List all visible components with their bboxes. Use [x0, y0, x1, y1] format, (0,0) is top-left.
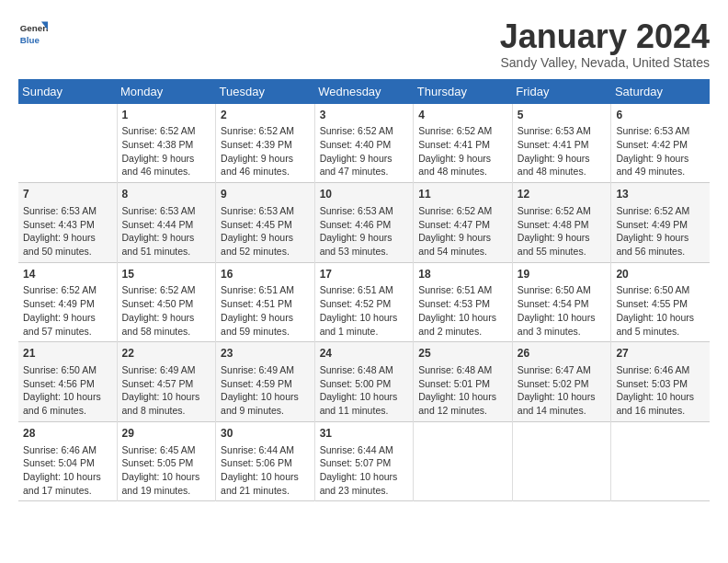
- cell-info-line: and 14 minutes.: [518, 404, 607, 418]
- cell-info-line: and 17 minutes.: [23, 484, 112, 498]
- cell-info-line: and 57 minutes.: [23, 325, 112, 339]
- cell-info-line: Sunset: 5:05 PM: [122, 456, 211, 470]
- cell-info-line: Sunset: 5:04 PM: [23, 456, 112, 470]
- cell-w1-d0: [18, 104, 117, 183]
- cell-info-line: Sunrise: 6:53 AM: [320, 204, 409, 218]
- day-number: 2: [221, 108, 310, 123]
- cell-info-line: Sunset: 4:53 PM: [418, 297, 507, 311]
- cell-w5-d5: [512, 421, 611, 501]
- cell-info-line: and 46 minutes.: [221, 165, 310, 178]
- day-number: 15: [122, 267, 211, 282]
- cell-info-line: and 9 minutes.: [221, 404, 310, 418]
- cell-w1-d5: 5Sunrise: 6:53 AMSunset: 4:41 PMDaylight…: [512, 104, 611, 183]
- cell-info-line: Daylight: 9 hours: [518, 231, 607, 245]
- cell-info-line: Sunset: 4:49 PM: [23, 297, 112, 311]
- cell-info-line: Daylight: 10 hours: [320, 311, 409, 325]
- cell-w3-d4: 18Sunrise: 6:51 AMSunset: 4:53 PMDayligh…: [414, 262, 513, 342]
- cell-w5-d2: 30Sunrise: 6:44 AMSunset: 5:06 PMDayligh…: [216, 421, 315, 501]
- cell-info-line: Sunset: 5:06 PM: [221, 456, 310, 470]
- cell-info-line: Daylight: 10 hours: [518, 311, 607, 325]
- cell-info-line: Sunrise: 6:45 AM: [122, 443, 211, 457]
- week-row-3: 14Sunrise: 6:52 AMSunset: 4:49 PMDayligh…: [18, 262, 710, 342]
- cell-info-line: Sunrise: 6:52 AM: [518, 204, 607, 218]
- header-monday: Monday: [117, 79, 216, 104]
- cell-w1-d2: 2Sunrise: 6:52 AMSunset: 4:39 PMDaylight…: [216, 104, 315, 183]
- day-number: 28: [23, 426, 112, 442]
- cell-info-line: Daylight: 9 hours: [320, 152, 409, 166]
- cell-info-line: Sunset: 5:02 PM: [518, 377, 607, 391]
- cell-info-line: Sunrise: 6:52 AM: [23, 283, 112, 297]
- cell-info-line: Daylight: 9 hours: [221, 152, 310, 166]
- cell-info-line: and 50 minutes.: [23, 245, 112, 259]
- cell-info-line: Sunset: 5:07 PM: [320, 456, 409, 470]
- cell-w4-d1: 22Sunrise: 6:49 AMSunset: 4:57 PMDayligh…: [117, 342, 216, 422]
- cell-info-line: and 19 minutes.: [122, 484, 211, 498]
- week-row-2: 7Sunrise: 6:53 AMSunset: 4:43 PMDaylight…: [18, 183, 710, 263]
- cell-info-line: and 46 minutes.: [122, 165, 211, 178]
- cell-info-line: Sunset: 4:55 PM: [616, 297, 705, 311]
- cell-info-line: Sunset: 5:00 PM: [320, 377, 409, 391]
- day-number: 24: [320, 346, 409, 362]
- cell-w4-d5: 26Sunrise: 6:47 AMSunset: 5:02 PMDayligh…: [512, 342, 611, 422]
- day-number: 14: [23, 267, 112, 282]
- header-friday: Friday: [512, 79, 611, 104]
- cell-info-line: Sunset: 4:39 PM: [221, 138, 310, 152]
- cell-info-line: and 48 minutes.: [418, 165, 507, 178]
- day-number: 26: [518, 346, 607, 362]
- cell-info-line: Sunset: 4:51 PM: [221, 297, 310, 311]
- cell-w4-d3: 24Sunrise: 6:48 AMSunset: 5:00 PMDayligh…: [314, 342, 414, 422]
- cell-info-line: and 16 minutes.: [616, 404, 705, 418]
- cell-info-line: and 52 minutes.: [221, 245, 310, 259]
- cell-info-line: Daylight: 9 hours: [221, 231, 310, 245]
- cell-info-line: Daylight: 10 hours: [418, 311, 507, 325]
- cell-info-line: Daylight: 10 hours: [221, 470, 310, 484]
- cell-w2-d5: 12Sunrise: 6:52 AMSunset: 4:48 PMDayligh…: [512, 183, 611, 263]
- cell-w2-d0: 7Sunrise: 6:53 AMSunset: 4:43 PMDaylight…: [18, 183, 117, 263]
- cell-w3-d2: 16Sunrise: 6:51 AMSunset: 4:51 PMDayligh…: [216, 262, 315, 342]
- cell-info-line: Daylight: 10 hours: [320, 390, 409, 404]
- day-number: 12: [518, 187, 607, 202]
- cell-w5-d4: [414, 421, 513, 501]
- day-number: 17: [320, 267, 409, 282]
- cell-info-line: Sunset: 4:40 PM: [320, 138, 409, 152]
- cell-w1-d1: 1Sunrise: 6:52 AMSunset: 4:38 PMDaylight…: [117, 104, 216, 183]
- day-number: 6: [616, 108, 705, 123]
- cell-info-line: Sunset: 5:03 PM: [616, 377, 705, 391]
- day-number: 4: [418, 108, 507, 123]
- cell-info-line: Sunrise: 6:52 AM: [122, 283, 211, 297]
- day-number: 19: [518, 267, 607, 282]
- cell-info-line: and 51 minutes.: [122, 245, 211, 259]
- cell-info-line: Daylight: 10 hours: [122, 390, 211, 404]
- cell-w3-d3: 17Sunrise: 6:51 AMSunset: 4:52 PMDayligh…: [314, 262, 414, 342]
- cell-info-line: and 23 minutes.: [320, 484, 409, 498]
- cell-w5-d1: 29Sunrise: 6:45 AMSunset: 5:05 PMDayligh…: [117, 421, 216, 501]
- cell-w5-d6: [611, 421, 710, 501]
- location-title: Sandy Valley, Nevada, United States: [500, 55, 710, 70]
- day-number: 18: [418, 267, 507, 282]
- cell-info-line: Daylight: 10 hours: [418, 390, 507, 404]
- cell-info-line: and 11 minutes.: [320, 404, 409, 418]
- cell-w3-d6: 20Sunrise: 6:50 AMSunset: 4:55 PMDayligh…: [611, 262, 710, 342]
- cell-info-line: Sunrise: 6:53 AM: [221, 204, 310, 218]
- cell-info-line: Sunset: 4:47 PM: [418, 218, 507, 232]
- cell-info-line: Daylight: 10 hours: [221, 390, 310, 404]
- cell-info-line: and 55 minutes.: [518, 245, 607, 259]
- cell-info-line: and 47 minutes.: [320, 165, 409, 178]
- cell-info-line: Sunrise: 6:51 AM: [320, 283, 409, 297]
- cell-w5-d0: 28Sunrise: 6:46 AMSunset: 5:04 PMDayligh…: [18, 421, 117, 501]
- cell-info-line: Sunrise: 6:51 AM: [418, 283, 507, 297]
- cell-info-line: Sunrise: 6:47 AM: [518, 363, 607, 377]
- cell-info-line: and 54 minutes.: [418, 245, 507, 259]
- day-number: 21: [23, 346, 112, 362]
- cell-info-line: and 8 minutes.: [122, 404, 211, 418]
- header-tuesday: Tuesday: [216, 79, 315, 104]
- cell-w5-d3: 31Sunrise: 6:44 AMSunset: 5:07 PMDayligh…: [314, 421, 414, 501]
- cell-info-line: Sunset: 4:49 PM: [616, 218, 705, 232]
- cell-w2-d1: 8Sunrise: 6:53 AMSunset: 4:44 PMDaylight…: [117, 183, 216, 263]
- cell-w3-d1: 15Sunrise: 6:52 AMSunset: 4:50 PMDayligh…: [117, 262, 216, 342]
- cell-info-line: Sunset: 4:46 PM: [320, 218, 409, 232]
- header-wednesday: Wednesday: [314, 79, 414, 104]
- page-header: General Blue January 2024 Sandy Valley, …: [18, 18, 710, 70]
- cell-info-line: Sunrise: 6:52 AM: [122, 124, 211, 138]
- day-number: 11: [418, 187, 507, 202]
